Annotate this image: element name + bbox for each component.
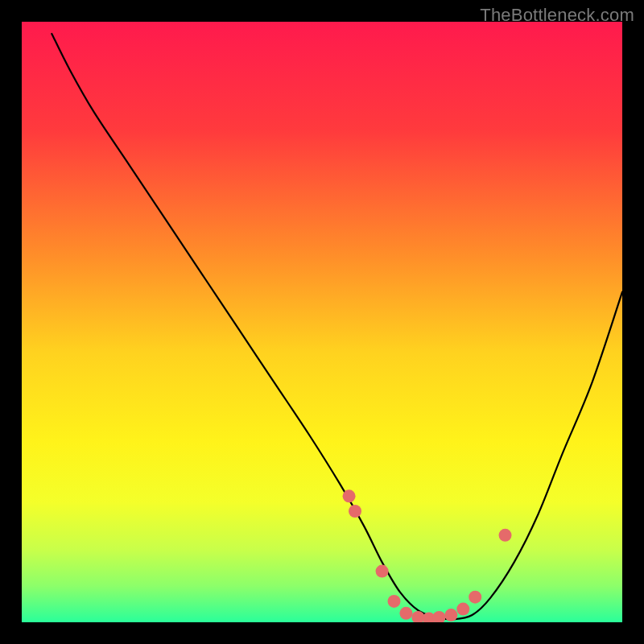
data-point: [499, 529, 512, 542]
chart-svg: [22, 22, 622, 622]
data-point: [388, 595, 401, 608]
chart-plot-area: [22, 22, 622, 622]
data-point: [343, 489, 356, 502]
data-point: [376, 565, 389, 578]
data-point: [399, 607, 412, 620]
data-point: [349, 505, 361, 518]
chart-background: [22, 22, 622, 622]
data-point: [444, 609, 457, 621]
data-point: [456, 603, 469, 616]
watermark-text: TheBottleneck.com: [480, 5, 634, 26]
data-point: [469, 591, 481, 604]
